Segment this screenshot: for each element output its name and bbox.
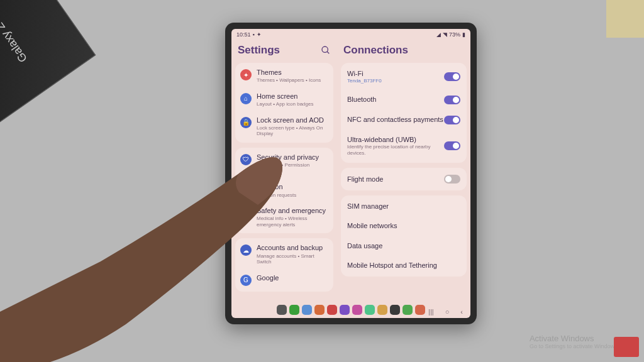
settings-item[interactable]: ☁ Accounts and backup Manage accounts • …: [235, 239, 333, 269]
dock-app-icon[interactable]: [352, 305, 362, 315]
dock-app-icon[interactable]: [302, 305, 312, 315]
recents-button[interactable]: |||: [428, 308, 434, 315]
dock-app-icon[interactable]: [377, 305, 387, 315]
bg-object: [606, 0, 644, 38]
search-button[interactable]: [321, 45, 331, 55]
settings-item-icon: !: [240, 207, 252, 219]
signal-icon: ◢: [436, 31, 441, 38]
settings-item-title: Themes: [257, 69, 328, 77]
settings-item-subtitle: Lock screen type • Always On Display: [257, 125, 328, 137]
connection-item-title: Ultra-wideband (UWB): [347, 136, 444, 144]
settings-item-icon: ☁: [240, 244, 252, 256]
connection-item[interactable]: Flight mode: [341, 169, 467, 189]
settings-item-title: Security and privacy: [257, 153, 328, 162]
dock-app-icon[interactable]: [365, 305, 375, 315]
settings-item-title: Location: [257, 183, 328, 191]
channel-logo: [614, 337, 639, 357]
dock-app-icon[interactable]: [277, 305, 287, 315]
flight-mode-card: Flight mode: [341, 168, 467, 190]
os-watermark: Activate Windows Go to Settings to activ…: [530, 334, 619, 349]
product-box: Galaxy Z Fold6: [0, 0, 96, 127]
dock-app-icon[interactable]: [415, 305, 425, 315]
settings-item-subtitle: Manage accounts • Smart Switch: [257, 253, 328, 265]
toggle-switch[interactable]: [444, 141, 460, 150]
settings-item-subtitle: Layout • App icon badges: [257, 101, 328, 107]
connection-item-title: SIM manager: [347, 202, 460, 211]
connection-item-title: Mobile Hotspot and Tethering: [347, 261, 460, 270]
connection-item[interactable]: Bluetooth: [341, 90, 467, 110]
page-title: Settings: [238, 44, 280, 57]
settings-item-icon: 📍: [240, 184, 252, 195]
settings-group: ☁ Accounts and backup Manage accounts • …: [235, 238, 333, 291]
connections-list-card: SIM manager Mobile networks Data usage M…: [341, 195, 467, 277]
settings-group: 🛡 Security and privacy Biometrics • Perm…: [235, 148, 333, 234]
toggle-switch[interactable]: [444, 175, 460, 184]
settings-group: ✦ Themes Themes • Wallpapers • Icons ⌂ H…: [235, 63, 333, 143]
connection-item[interactable]: Data usage: [341, 236, 467, 256]
connection-item[interactable]: Mobile Hotspot and Tethering: [341, 256, 467, 275]
clock: 10:51: [236, 31, 251, 38]
connection-item[interactable]: SIM manager: [341, 197, 467, 216]
connection-item-title: Wi-Fi: [347, 70, 444, 78]
device-screen: 10:51 ▪ ✦ ◢ ◥ 73% ▮ Settings ✦: [231, 29, 470, 318]
dock-app-icon[interactable]: [402, 305, 413, 315]
settings-item-icon: ✦: [240, 69, 252, 80]
status-bar: 10:51 ▪ ✦ ◢ ◥ 73% ▮: [231, 29, 470, 40]
settings-item-icon: G: [240, 275, 252, 286]
connection-item-title: Data usage: [347, 242, 460, 250]
dock-app-icon[interactable]: [314, 305, 325, 315]
connections-detail-pane: Connections Wi-Fi Tenda_B73FF0 Bluetooth…: [337, 40, 470, 302]
notif-icon: ▪: [253, 31, 255, 38]
connection-item-title: Mobile networks: [347, 222, 460, 230]
settings-item[interactable]: ✦ Themes Themes • Wallpapers • Icons: [235, 64, 333, 88]
connection-item-title: Flight mode: [347, 175, 444, 184]
connection-item[interactable]: Mobile networks: [341, 216, 467, 236]
settings-item[interactable]: 🔒 Lock screen and AOD Lock screen type •…: [235, 112, 333, 141]
settings-item[interactable]: 📍 Location Location requests: [235, 178, 333, 202]
battery-icon: ▮: [462, 31, 465, 38]
settings-item-subtitle: Location requests: [257, 192, 328, 199]
settings-item-icon: ⌂: [240, 93, 252, 104]
settings-item-subtitle: Biometrics • Permission manager: [257, 162, 328, 174]
dock-app-icon[interactable]: [390, 305, 400, 315]
notif-icon: ✦: [257, 31, 262, 38]
settings-item-icon: 🔒: [240, 117, 252, 128]
dock-app-icon[interactable]: [340, 305, 350, 315]
toggle-switch[interactable]: [444, 96, 460, 104]
settings-item-title: Safety and emergency: [257, 207, 328, 215]
home-button[interactable]: ○: [445, 308, 450, 315]
settings-master-pane: Settings ✦ Themes Themes • Wallpapers • …: [231, 40, 337, 302]
settings-item-title: Lock screen and AOD: [257, 116, 328, 124]
settings-item-title: Home screen: [257, 92, 328, 101]
settings-item-icon: 🛡: [240, 154, 252, 165]
connection-item[interactable]: NFC and contactless payments: [341, 110, 467, 130]
settings-item-title: Google: [257, 274, 328, 282]
battery-label: 73%: [449, 31, 460, 38]
connection-item-title: NFC and contactless payments: [347, 116, 444, 124]
svg-line-1: [327, 52, 329, 53]
connection-item-subtitle: Tenda_B73FF0: [347, 78, 444, 84]
connection-item[interactable]: Wi-Fi Tenda_B73FF0: [341, 64, 467, 90]
settings-item[interactable]: ⌂ Home screen Layout • App icon badges: [235, 88, 333, 112]
settings-item[interactable]: 🛡 Security and privacy Biometrics • Perm…: [235, 149, 333, 178]
back-button[interactable]: ‹: [460, 308, 463, 315]
settings-item-subtitle: Medical info • Wireless emergency alerts: [257, 216, 328, 228]
connection-item-subtitle: Identify the precise location of nearby …: [347, 144, 444, 156]
settings-item-title: Accounts and backup: [257, 244, 328, 252]
toggle-switch[interactable]: [444, 116, 460, 124]
settings-item[interactable]: ! Safety and emergency Medical info • Wi…: [235, 202, 333, 232]
connection-item-title: Bluetooth: [347, 96, 444, 104]
connection-item[interactable]: Ultra-wideband (UWB) Identify the precis…: [341, 130, 467, 162]
page-title: Connections: [343, 44, 408, 57]
svg-point-0: [322, 47, 328, 52]
dock-app-icon[interactable]: [289, 305, 299, 315]
dock-app-icon[interactable]: [327, 305, 337, 315]
connections-toggles-card: Wi-Fi Tenda_B73FF0 Bluetooth NFC and con…: [341, 63, 467, 163]
navigation-bar: ||| ○ ‹: [428, 308, 463, 315]
toggle-switch[interactable]: [444, 72, 460, 81]
settings-item[interactable]: G Google: [235, 270, 333, 290]
box-label: Galaxy Z Fold6: [0, 0, 30, 65]
device-frame: 10:51 ▪ ✦ ◢ ◥ 73% ▮ Settings ✦: [225, 23, 477, 324]
settings-item-subtitle: Themes • Wallpapers • Icons: [257, 77, 328, 84]
wifi-icon: ◥: [443, 31, 447, 38]
